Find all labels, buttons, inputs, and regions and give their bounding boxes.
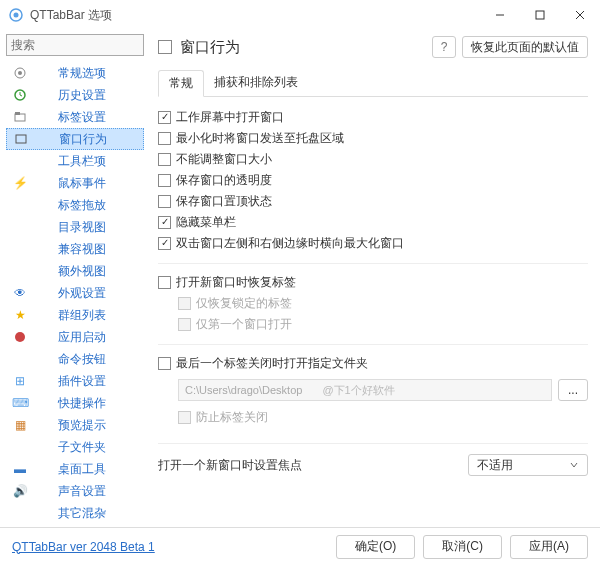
nav-window-behavior[interactable]: 窗口行为 [6,128,144,150]
nav-toolbar[interactable]: 工具栏项 [6,150,144,172]
gear-icon [12,65,28,81]
svg-rect-9 [15,114,25,121]
cb-open-on-last-close[interactable] [158,357,171,370]
nav-preview[interactable]: ▦预览提示 [6,414,144,436]
nav-apps[interactable]: 应用启动 [6,326,144,348]
nav-misc[interactable]: 其它混杂 [6,502,144,524]
nav-dragdrop[interactable]: 标签拖放 [6,194,144,216]
browse-button[interactable]: ... [558,379,588,401]
toolbar-icon [12,153,28,169]
nav-general[interactable]: 常规选项 [6,62,144,84]
nav-extra[interactable]: 额外视图 [6,260,144,282]
nav-compat[interactable]: 兼容视图 [6,238,144,260]
cb-restore-tabs[interactable] [158,276,171,289]
nav-plugins[interactable]: ⊞插件设置 [6,370,144,392]
cancel-button[interactable]: 取消(C) [423,535,502,559]
tabs: 常规 捕获和排除列表 [158,70,588,97]
star-icon: ★ [12,307,28,323]
plugin-icon: ⊞ [12,373,28,389]
ok-button[interactable]: 确定(O) [336,535,415,559]
nav-cmdbtn[interactable]: 命令按钮 [6,348,144,370]
minimize-button[interactable] [480,0,520,30]
svg-point-12 [15,332,25,342]
folder-icon [12,219,28,235]
bolt-icon: ⚡ [12,175,28,191]
focus-label: 打开一个新窗口时设置焦点 [158,457,468,474]
header-checkbox[interactable] [158,40,172,54]
svg-rect-10 [15,112,20,115]
cb-hide-menubar[interactable] [158,216,171,229]
misc-icon [12,505,28,521]
nav-dirview[interactable]: 目录视图 [6,216,144,238]
help-button[interactable]: ? [432,36,456,58]
cb-prevent-close [178,411,191,424]
cb-save-opacity[interactable] [158,174,171,187]
apply-button[interactable]: 应用(A) [510,535,588,559]
history-icon [12,87,28,103]
close-button[interactable] [560,0,600,30]
svg-point-7 [18,71,22,75]
svg-rect-3 [536,11,544,19]
tab-icon [12,109,28,125]
nav-sound[interactable]: 🔊声音设置 [6,480,144,502]
cb-save-topmost[interactable] [158,195,171,208]
nav-history[interactable]: 历史设置 [6,84,144,106]
cb-restore-locked-only [178,297,191,310]
nav-groups[interactable]: ★群组列表 [6,304,144,326]
version-link[interactable]: QTTabBar ver 2048 Beta 1 [12,540,328,554]
compat-icon [12,241,28,257]
cb-first-window-only [178,318,191,331]
nav-desktop[interactable]: ▬桌面工具 [6,458,144,480]
focus-combo[interactable]: 不适用 [468,454,588,476]
tab-capture-exclude[interactable]: 捕获和排除列表 [204,70,308,96]
restore-defaults-button[interactable]: 恢复此页面的默认值 [462,36,588,58]
sidebar: 常规选项 历史设置 标签设置 窗口行为 工具栏项 ⚡鼠标事件 标签拖放 目录视图… [0,30,150,535]
cb-open-on-workscreen[interactable] [158,111,171,124]
nav-subfolder[interactable]: 子文件夹 [6,436,144,458]
svg-rect-11 [16,135,26,143]
svg-point-1 [14,13,19,18]
tab-general[interactable]: 常规 [158,70,204,97]
nav-shortcuts[interactable]: ⌨快捷操作 [6,392,144,414]
nav-appearance[interactable]: 👁外观设置 [6,282,144,304]
cb-no-resize[interactable] [158,153,171,166]
chevron-down-icon [569,460,579,470]
app-icon2 [12,329,28,345]
nav-tabs[interactable]: 标签设置 [6,106,144,128]
desktop-icon: ▬ [12,461,28,477]
cmd-icon [12,351,28,367]
eye-icon: 👁 [12,285,28,301]
extra-icon [12,263,28,279]
titlebar: QTTabBar 选项 [0,0,600,30]
subfolder-icon [12,439,28,455]
preview-icon: ▦ [12,417,28,433]
app-icon [8,7,24,23]
drag-icon [12,197,28,213]
folder-path-input: C:\Users\drago\Desktop@下1个好软件 [178,379,552,401]
nav-list: 常规选项 历史设置 标签设置 窗口行为 工具栏项 ⚡鼠标事件 标签拖放 目录视图… [6,62,144,524]
cb-dblclick-edge-max[interactable] [158,237,171,250]
search-input[interactable] [6,34,144,56]
content-panel: 窗口行为 ? 恢复此页面的默认值 常规 捕获和排除列表 工作屏幕中打开窗口 最小… [150,30,600,535]
nav-mouse[interactable]: ⚡鼠标事件 [6,172,144,194]
keyboard-icon: ⌨ [12,395,28,411]
sound-icon: 🔊 [12,483,28,499]
cb-minimize-tray[interactable] [158,132,171,145]
page-title: 窗口行为 [180,38,432,57]
maximize-button[interactable] [520,0,560,30]
footer: QTTabBar ver 2048 Beta 1 确定(O) 取消(C) 应用(… [0,527,600,565]
window-title: QTTabBar 选项 [30,7,480,24]
window-icon [13,131,29,147]
